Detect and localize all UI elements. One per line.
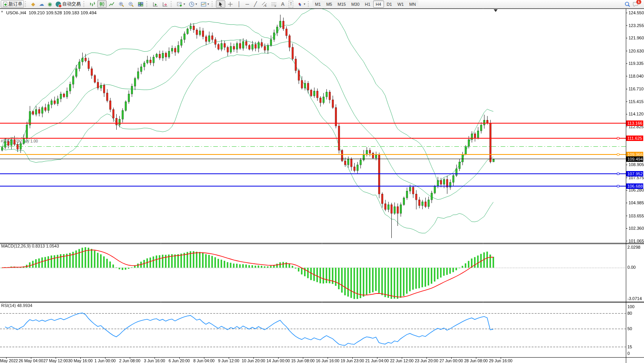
time-axis-label: 2 Jun 08:00 [119,358,141,363]
support-line-2[interactable] [0,186,626,187]
timeframe-button-d1[interactable]: D1 [384,0,395,8]
time-axis-label: 19 Jun 23:00 [341,358,364,363]
candlestick-button[interactable] [97,0,107,8]
auto-scroll-button[interactable] [151,0,160,8]
time-axis-label: 8 Jun 04:00 [194,358,215,363]
fibonacci-button[interactable]: F [269,0,279,8]
dropdown-arrow-icon: ▾ [207,2,209,6]
toolbar-grip [171,1,173,7]
dropdown-arrow-icon: ▾ [304,2,305,6]
resistance-line-2-handle[interactable] [617,137,619,139]
dropdown-arrow-icon: ▾ [195,2,197,6]
vertical-line-button[interactable]: │ [235,0,243,8]
new-chart-button[interactable]: ▾ [175,0,187,8]
one-click-panel-toggle[interactable]: ▾ [1,10,3,14]
macd-current-values: 0.8313 1.0543 [32,244,59,248]
timeframe-button-h1[interactable]: H1 [362,0,373,8]
autotrading-label: 自动交易 [62,1,81,7]
toolbar-grip [25,1,28,7]
timeframe-button-m1[interactable]: M1 [312,0,323,8]
svg-text:F: F [275,5,276,7]
bar-chart-button[interactable] [88,0,97,8]
support-line-1[interactable] [0,173,626,174]
market-watch-button[interactable]: ☁ [37,0,46,8]
horizontal-line-button[interactable]: ─ [243,0,251,8]
time-axis-label: 26 May 04:00 [19,358,43,363]
zoom-out-button[interactable] [126,0,136,8]
text-label-icon: T [289,1,293,8]
new-order-button[interactable]: 新订单 [1,0,24,8]
arrows-icon [297,1,303,7]
green-dashdot-line[interactable] [0,146,626,147]
signals-button[interactable]: ◉ [46,0,54,8]
text-icon: A [281,1,284,7]
resistance-line-2[interactable] [0,138,626,139]
time-axis-label: 25 May 2022 [0,358,18,363]
timeframe-button-m30[interactable]: M30 [348,0,362,8]
price-axis-tick: 102.360 [629,226,644,231]
price-axis-tick: 115.415 [629,99,644,104]
macd-name: MACD(12,26,9) [1,244,31,248]
support-line-1-handle[interactable] [617,173,619,175]
search-icon [624,1,630,7]
chart-shift-marker[interactable] [494,9,498,12]
price-axis-tick: 104.985 [629,200,644,205]
price-axis-tick: 124.550 [629,10,644,15]
crosshair-button[interactable] [226,0,235,8]
price-chart-canvas[interactable] [0,0,644,363]
current-price-line[interactable] [0,159,626,159]
rsi-axis-tick: 50 [627,326,632,331]
timeframe-button-m15[interactable]: M15 [335,0,348,8]
channel-button[interactable]: E [260,0,269,8]
zoom-in-icon [118,1,124,7]
indicators-icon [201,1,207,7]
time-axis-label: 29 Jun 16:00 [489,358,513,363]
macd-axis-tick: 2.0298 [627,245,641,249]
fibonacci-icon: F [271,1,277,7]
search-button[interactable] [623,0,632,8]
notifications-button[interactable]: 1 [632,1,639,7]
time-axis-label: 28 Jun 08:00 [464,358,488,363]
rsi-axis-tick: 100 [627,304,634,309]
zoom-in-button[interactable] [117,0,126,8]
trendline-button[interactable]: ╱ [251,0,259,8]
rsi-axis-tick: 15 [627,344,632,349]
signals-icon: ◉ [48,1,52,7]
pivot-line-handle[interactable] [617,153,619,156]
price-axis-tick: 121.960 [629,36,644,40]
support-line-2-handle[interactable] [617,185,619,187]
time-axis-label: 14 Jun 00:00 [267,358,290,363]
tile-windows-icon [138,1,144,7]
price-axis-tick: 116.710 [629,87,644,91]
indicators-button[interactable]: ▾ [199,0,211,8]
charts-profile-button[interactable]: ◆ [29,0,37,8]
time-axis-label: 27 Jun 00:00 [440,358,463,363]
line-chart-icon [109,1,115,7]
resistance-line-1[interactable] [0,123,626,124]
timeframe-button-h4[interactable]: H4 [373,0,384,8]
dropdown-arrow-icon: ▾ [184,2,185,6]
pivot-line[interactable] [0,154,626,155]
line-chart-button[interactable] [107,0,116,8]
cursor-button[interactable] [216,0,225,8]
timeframe-button-m5[interactable]: M5 [323,0,335,8]
tile-windows-button[interactable] [136,0,145,8]
autotrading-icon [56,2,61,7]
toolbar-grip [146,1,149,7]
chart-shift-button[interactable] [160,0,170,8]
auto-scroll-icon [152,1,158,7]
timeframe-button-w1[interactable]: W1 [395,0,407,8]
svg-text:E: E [265,5,267,7]
timeframe-button-mn[interactable]: MN [406,0,418,8]
timeframe-toolbar: M1M5M15M30H1H4D1W1MN [312,0,418,8]
text-label-button[interactable]: T [287,0,295,8]
price-axis-tick: 114.120 [629,112,644,116]
time-axis-label: 15 Jun 08:00 [291,358,315,363]
text-button[interactable]: A [279,0,287,8]
toolbar-grip [308,1,311,7]
autotrading-button[interactable]: 自动交易 [54,0,82,8]
new-order-icon [2,1,8,7]
time-axis-label: 1 Jun 00:00 [95,358,116,363]
arrows-button[interactable]: ▾ [295,0,307,8]
period-button[interactable]: ▾ [187,0,199,8]
